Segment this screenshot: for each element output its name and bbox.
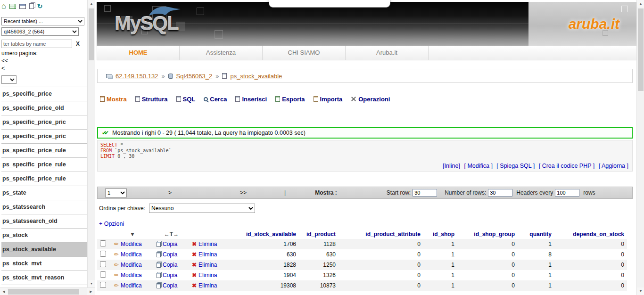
row-checkbox[interactable] [100,282,106,288]
prev-page-link[interactable]: < [1,65,13,72]
column-header[interactable]: id_stock_available [231,229,299,239]
delete-row-link[interactable]: Elimina [198,251,217,258]
column-header[interactable]: depends_on_stock [554,229,627,239]
start-row-input[interactable] [413,189,437,197]
column-order-marker[interactable]: ←T→ [154,229,189,239]
copy-row-link[interactable]: Copia [163,251,177,258]
copy-row-link[interactable]: Copia [163,282,177,289]
scroll-up-arrow[interactable]: ▲ [637,0,644,8]
page-select[interactable] [1,75,17,84]
tab[interactable]: Operazioni [351,96,390,103]
sort-key-select[interactable]: Nessuno [149,204,255,213]
with-selected-caret[interactable]: ▼ [111,229,154,239]
headers-every-input[interactable] [555,189,579,197]
tab[interactable]: SQL [176,96,196,103]
scroll-right-arrow[interactable]: ▶ [87,288,95,295]
scroll-thumb[interactable] [638,8,644,91]
page-number-select[interactable]: 1 [105,188,127,197]
sql-action-link[interactable]: [ Modifica ] [464,163,492,169]
breadcrumb-server-link[interactable]: 62.149.150.132 [116,73,158,80]
scroll-thumb[interactable] [89,8,94,60]
sidebar-table-item[interactable]: ps_state [1,186,87,200]
sidebar-vertical-scrollbar[interactable]: ▲ ▼ [87,0,95,287]
sql-action-link[interactable]: [Inline] [443,163,460,169]
sql-action-link[interactable]: [ Spiega SQL ] [496,163,535,169]
first-page-link[interactable]: << [1,57,13,64]
recent-tables-select[interactable]: Recent tables) ... [1,17,84,25]
column-header[interactable]: id_product_attribute [339,229,423,239]
table-grid-icon[interactable] [9,4,16,9]
docs-icon[interactable] [29,3,34,9]
export-icon [275,96,280,102]
copy-row-link[interactable]: Copia [163,241,177,247]
sidebar-table-item[interactable]: ps_specific_price_pric [1,130,87,144]
column-header[interactable]: id_shop [423,229,457,239]
scroll-down-arrow[interactable]: ▼ [637,287,644,295]
number-of-rows-input[interactable] [488,189,512,197]
delete-row-link[interactable]: Elimina [198,282,217,289]
sql-window-icon[interactable] [19,4,26,9]
scroll-thumb[interactable] [8,289,79,295]
scroll-left-arrow[interactable]: ◀ [0,288,8,295]
sidebar-table-item[interactable]: ps_specific_price_old [1,101,87,115]
edit-row-link[interactable]: Modifica [121,251,142,258]
copy-row-link[interactable]: Copia [163,262,177,268]
scroll-down-arrow[interactable]: ▼ [88,280,95,287]
row-checkbox[interactable] [100,251,106,257]
nav-item[interactable]: Assistenza [180,46,263,60]
delete-icon [192,272,197,279]
delete-row-link[interactable]: Elimina [198,262,217,268]
table-filter-input[interactable] [1,40,72,48]
home-icon[interactable]: ⌂ [1,3,6,9]
breadcrumb-database-link[interactable]: Sql456063_2 [176,73,213,80]
tab[interactable]: Importa [314,96,343,103]
delete-row-link[interactable]: Elimina [198,272,217,279]
nav-item[interactable]: CHI SIAMO [263,46,346,60]
sidebar-horizontal-scrollbar[interactable]: ◀ ▶ [0,287,95,295]
sql-action-link[interactable]: [ Crea il codice PHP ] [539,163,595,169]
edit-row-link[interactable]: Modifica [121,272,142,279]
tab[interactable]: Inserisci [235,96,267,103]
scroll-up-arrow[interactable]: ▲ [88,0,95,8]
tab[interactable]: Struttura [135,96,168,103]
edit-row-link[interactable]: Modifica [121,241,142,247]
column-header[interactable]: id_shop_group [457,229,518,239]
pagination-separator: | [284,189,286,196]
sidebar-table-item[interactable]: ps_stock_mvt_reason [1,271,87,285]
sidebar-table-item[interactable]: ps_stock_mvt [1,257,87,271]
options-toggle[interactable]: + Opzioni [97,221,633,228]
aruba-logo[interactable]: aruba.it [569,16,619,32]
edit-row-link[interactable]: Modifica [121,262,142,268]
tab[interactable]: Mostra [100,96,127,103]
sql-action-link[interactable]: [ Aggiorna ] [599,163,628,169]
clear-filter-button[interactable]: X [76,41,80,47]
nav-item[interactable]: Aruba.it [346,46,429,60]
column-header[interactable]: id_product [299,229,339,239]
sidebar-table-item[interactable]: ps_specific_price_rule [1,158,87,172]
sidebar-table-item[interactable]: ps_specific_price_rule [1,144,87,158]
copy-row-link[interactable]: Copia [163,272,177,279]
last-page-link[interactable]: >> [240,189,247,196]
next-page-link[interactable]: > [168,189,172,196]
sidebar-table-item[interactable]: ps_specific_price_pric [1,115,87,130]
sidebar-table-item[interactable]: ps_stock_available [1,243,87,257]
nav-item[interactable]: HOME [97,46,180,60]
breadcrumb-table-link[interactable]: ps_stock_available [230,73,282,80]
column-header[interactable]: quantity [518,229,554,239]
row-checkbox[interactable] [100,261,106,267]
tab[interactable]: Esporta [275,96,305,103]
delete-row-link[interactable]: Elimina [198,241,217,247]
tab[interactable]: Cerca [204,96,227,103]
sidebar-table-item[interactable]: ps_specific_price_rule [1,172,87,186]
main-vertical-scrollbar[interactable]: ▲ ▼ [636,0,644,295]
row-checkbox[interactable] [100,240,106,246]
sidebar-table-item[interactable]: ps_statssearch_old [1,214,87,229]
edit-row-link[interactable]: Modifica [121,282,142,289]
refresh-icon[interactable]: ↻ [37,2,43,10]
mysql-logo[interactable]: MySQL [115,12,178,35]
sidebar-table-item[interactable]: ps_specific_price [1,87,87,101]
database-select[interactable]: ql456063_2 (564) [1,27,79,36]
sidebar-table-item[interactable]: ps_stock [1,229,87,243]
sidebar-table-item[interactable]: ps_statssearch [1,200,87,214]
row-checkbox[interactable] [100,271,106,278]
